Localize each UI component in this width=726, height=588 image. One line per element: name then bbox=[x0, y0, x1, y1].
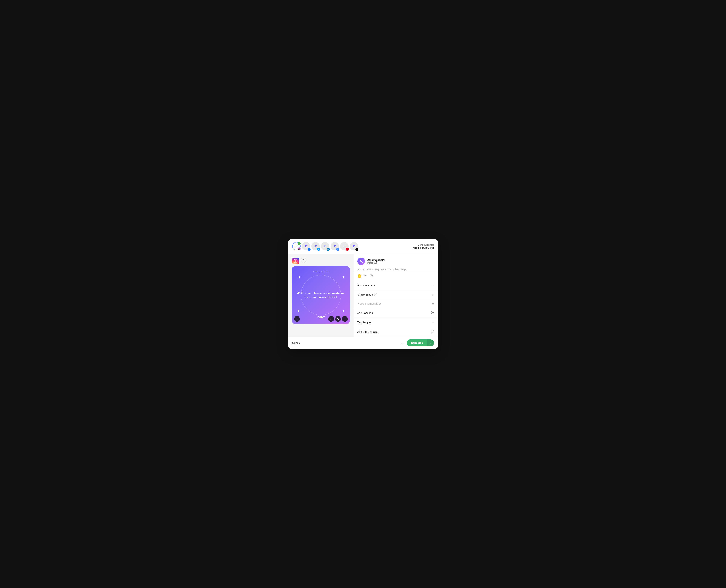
svg-point-2 bbox=[297, 260, 297, 260]
caption-area[interactable]: Add a caption, tag users or add hashtags… bbox=[354, 268, 438, 272]
emoji-button[interactable]: 🙂 bbox=[357, 274, 362, 278]
twitter-badge-icon: 𝕏 bbox=[317, 248, 320, 251]
platform-tab-linkedin[interactable]: 𝐏 in bbox=[321, 242, 329, 250]
more-options-button[interactable]: ••• bbox=[342, 316, 348, 322]
svg-point-5 bbox=[432, 312, 432, 313]
single-image-chevron-icon: ⌄ bbox=[431, 293, 434, 296]
star-decoration-br: ✦ bbox=[342, 309, 345, 313]
star-decoration-tl: ✦ bbox=[298, 275, 301, 279]
platform-tabs: 𝐏 ✓ 📷 𝐏 f 𝐏 𝕏 𝐏 in 𝐏 G bbox=[288, 239, 438, 254]
svg-point-3 bbox=[360, 260, 362, 261]
pallyy-letter-g: 𝐏 bbox=[334, 245, 336, 248]
left-panel: ⌃ ✦ ✦ ✦ ✦ STATS & DATA 40% of people use… bbox=[288, 254, 354, 337]
scheduled-info: Scheduled for: Apr 14, 02:00 PM bbox=[412, 243, 434, 249]
add-location-section[interactable]: Add Location bbox=[354, 308, 438, 318]
svg-rect-4 bbox=[371, 275, 373, 277]
star-decoration-tr: ✦ bbox=[342, 275, 345, 279]
platform-tab-tiktok[interactable]: 𝐏 ♪ bbox=[350, 242, 358, 250]
platform-tabs-list: 𝐏 ✓ 📷 𝐏 f 𝐏 𝕏 𝐏 in 𝐏 G bbox=[292, 242, 358, 250]
post-action-buttons: ••• bbox=[328, 316, 348, 322]
instagram-badge-icon: 📷 bbox=[298, 247, 301, 250]
tag-people-plus-icon: + bbox=[432, 321, 434, 324]
collapse-button[interactable]: ⌃ bbox=[301, 257, 306, 263]
pallyy-letter-li: 𝐏 bbox=[324, 245, 326, 248]
single-image-label-group: Single Image i bbox=[357, 293, 377, 296]
account-platform: Instagram bbox=[367, 261, 385, 264]
single-image-label: Single Image bbox=[357, 293, 373, 296]
schedule-button[interactable]: Schedule bbox=[407, 339, 427, 346]
right-panel: @pallyysocial Instagram Add a caption, t… bbox=[354, 254, 438, 337]
cancel-button[interactable]: Cancel bbox=[292, 341, 301, 344]
account-info: @pallyysocial Instagram bbox=[367, 258, 385, 264]
single-image-section[interactable]: Single Image i ⌄ bbox=[354, 290, 438, 299]
post-preview-image: ✦ ✦ ✦ ✦ STATS & DATA 40% of people use s… bbox=[292, 266, 350, 324]
add-bio-link-label: Add Bio Link URL bbox=[357, 330, 379, 333]
platform-tab-pinterest[interactable]: 𝐏 P bbox=[340, 242, 348, 250]
left-panel-header: ⌃ bbox=[292, 257, 350, 265]
svg-rect-0 bbox=[294, 259, 297, 263]
first-comment-section[interactable]: First Comment ⌄ bbox=[354, 281, 438, 290]
facebook-badge-icon: f bbox=[307, 248, 310, 251]
video-thumbnail-label: Video Thumbnail: 0s bbox=[357, 302, 382, 305]
linkedin-badge-icon: in bbox=[327, 248, 330, 251]
account-avatar bbox=[357, 257, 365, 265]
more-options-footer-button[interactable]: ··· bbox=[401, 341, 405, 345]
modal-footer: Cancel ··· Schedule ⌄ bbox=[288, 337, 438, 349]
tag-people-section[interactable]: Tag People + bbox=[354, 318, 438, 327]
check-badge-instagram: ✓ bbox=[298, 242, 301, 245]
platform-tab-facebook[interactable]: 𝐏 f bbox=[302, 242, 310, 250]
add-bio-link-icon bbox=[430, 330, 434, 334]
caption-toolbar: 🙂 # bbox=[354, 272, 438, 281]
pallyy-letter-tw: 𝐏 bbox=[315, 245, 317, 248]
footer-right: ··· Schedule ⌄ bbox=[401, 339, 434, 346]
add-location-pin-icon bbox=[430, 311, 434, 315]
add-location-label: Add Location bbox=[357, 312, 373, 315]
pallyy-letter-p: 𝐏 bbox=[343, 245, 345, 248]
add-bio-link-section[interactable]: Add Bio Link URL bbox=[354, 327, 438, 337]
first-comment-label: First Comment bbox=[357, 284, 375, 287]
add-media-button[interactable]: + bbox=[294, 316, 300, 322]
account-name: @pallyysocial bbox=[367, 258, 385, 261]
stats-label: STATS & DATA bbox=[313, 271, 328, 272]
instagram-platform-icon bbox=[292, 257, 299, 265]
platform-tab-instagram[interactable]: 𝐏 ✓ 📷 bbox=[292, 242, 301, 250]
video-thumbnail-plus-icon: + bbox=[432, 302, 434, 306]
fullscreen-button[interactable] bbox=[328, 316, 334, 322]
schedule-button-group: Schedule ⌄ bbox=[407, 339, 434, 346]
platform-tab-twitter[interactable]: 𝐏 𝕏 bbox=[311, 242, 320, 250]
platform-tab-google[interactable]: 𝐏 G bbox=[330, 242, 339, 250]
single-image-info-icon: i bbox=[374, 293, 377, 296]
star-decoration-bl: ✦ bbox=[297, 309, 300, 313]
post-main-text: 40% of people use social media as their … bbox=[296, 291, 346, 299]
hashtag-button[interactable]: # bbox=[365, 274, 366, 278]
video-thumbnail-section[interactable]: Video Thumbnail: 0s + bbox=[354, 299, 438, 308]
scheduled-date[interactable]: Apr 14, 02:00 PM bbox=[412, 246, 434, 249]
account-header: @pallyysocial Instagram bbox=[354, 254, 438, 268]
modal-container: 𝐏 ✓ 📷 𝐏 f 𝐏 𝕏 𝐏 in 𝐏 G bbox=[288, 239, 438, 349]
modal-body: ⌃ ✦ ✦ ✦ ✦ STATS & DATA 40% of people use… bbox=[288, 254, 438, 337]
pinterest-badge-icon: P bbox=[346, 248, 349, 251]
pallyy-letter-fb: 𝐏 bbox=[305, 245, 307, 248]
svg-point-1 bbox=[295, 260, 296, 262]
tag-people-label: Tag People bbox=[357, 321, 371, 324]
swap-button[interactable] bbox=[335, 316, 341, 322]
tiktok-badge-icon: ♪ bbox=[356, 248, 359, 251]
caption-placeholder: Add a caption, tag users or add hashtags… bbox=[357, 268, 407, 271]
post-overlay-controls: + ••• bbox=[294, 316, 348, 322]
scheduled-for-label: Scheduled for: bbox=[412, 243, 434, 246]
pallyy-letter: 𝐏 bbox=[296, 245, 297, 248]
pallyy-letter-tt: 𝐏 bbox=[353, 245, 355, 248]
schedule-dropdown-button[interactable]: ⌄ bbox=[427, 339, 434, 346]
first-comment-chevron-icon: ⌄ bbox=[431, 284, 434, 287]
google-badge-icon: G bbox=[336, 248, 339, 251]
copy-button[interactable] bbox=[370, 274, 373, 278]
